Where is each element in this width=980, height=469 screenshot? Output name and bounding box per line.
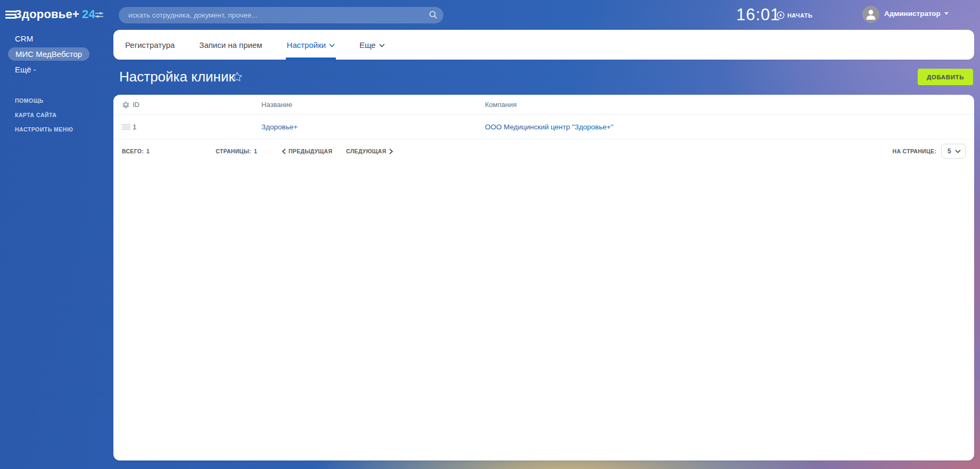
sidebar-help-link[interactable]: ПОМОЩЬ: [15, 97, 44, 104]
user-avatar[interactable]: [862, 6, 879, 23]
pages-value: 1: [254, 148, 257, 154]
settings-slider-icon[interactable]: [95, 11, 104, 19]
per-page-select[interactable]: 5: [941, 144, 966, 159]
chevron-right-icon: [389, 149, 393, 154]
tab-label: Записи на прием: [199, 40, 262, 50]
sidebar-item-more[interactable]: Ещё -: [15, 65, 36, 74]
work-clock: 16:01: [736, 5, 780, 24]
logo-suffix: 24: [82, 7, 95, 21]
cell-company-link[interactable]: ООО Медицинский центр "Здоровье+": [485, 123, 966, 131]
prev-label: ПРЕДЫДУЩАЯ: [289, 148, 332, 154]
app-header: Здоровье+24 16:01 НАЧАТЬ: [0, 0, 980, 30]
table-row: 1 Здоровье+ ООО Медицинский центр "Здоро…: [113, 115, 974, 139]
total-label: ВСЕГО:: [122, 148, 144, 154]
section-tabbar: Регистратура Записи на прием Настройки Е…: [113, 30, 974, 60]
grid-header-row: ID Название Компания: [113, 95, 974, 115]
search-input[interactable]: [128, 7, 416, 23]
row-drag-handle-icon[interactable]: [122, 124, 133, 130]
play-circle-icon: [777, 11, 785, 19]
pagination-pages: СТРАНИЦЫ: 1: [216, 148, 257, 154]
favorite-star-icon[interactable]: [232, 71, 243, 82]
cell-id: 1: [133, 123, 261, 131]
next-label: СЛЕДУЮЩАЯ: [346, 148, 386, 154]
search-icon[interactable]: [429, 10, 438, 20]
app-logo[interactable]: Здоровье+24: [14, 7, 95, 21]
logo-text: Здоровье+: [14, 7, 79, 21]
main-content: Регистратура Записи на прием Настройки Е…: [113, 30, 974, 460]
tab-more[interactable]: Еще: [359, 30, 385, 60]
start-workday-button[interactable]: НАЧАТЬ: [777, 11, 812, 19]
sidebar-item-mis-medvebstor[interactable]: МИС МедВебстор: [8, 47, 89, 61]
page-title-row: Настройка клиник ДОБАВИТЬ: [113, 60, 974, 95]
per-page-value: 5: [948, 147, 951, 155]
per-page-label: НА СТРАНИЦЕ:: [893, 148, 936, 154]
clinics-grid-panel: ID Название Компания 1 Здоровье+ ООО Мед…: [113, 95, 974, 460]
pagination-prev-button[interactable]: ПРЕДЫДУЩАЯ: [282, 148, 332, 154]
grid-settings-gear-icon[interactable]: [122, 101, 133, 109]
tab-nastroyki[interactable]: Настройки: [287, 30, 335, 60]
cell-name-link[interactable]: Здоровье+: [261, 123, 485, 131]
column-header-id[interactable]: ID: [133, 101, 261, 109]
total-value: 1: [146, 148, 150, 154]
person-icon: [862, 6, 879, 23]
per-page-control: НА СТРАНИЦЕ: 5: [893, 144, 966, 159]
start-workday-label: НАЧАТЬ: [787, 12, 812, 19]
column-header-name[interactable]: Название: [261, 101, 485, 109]
pagination-bar: ВСЕГО: 1 СТРАНИЦЫ: 1 ПРЕДЫДУЩАЯ СЛЕДУЮЩА…: [113, 139, 974, 163]
chevron-down-icon: [329, 44, 335, 47]
tab-label: Настройки: [287, 40, 326, 50]
tab-registratura[interactable]: Регистратура: [125, 30, 175, 60]
chevron-down-icon: [379, 44, 385, 47]
sidebar-configure-menu-link[interactable]: НАСТРОИТЬ МЕНЮ: [15, 126, 73, 133]
global-search: [119, 7, 443, 23]
user-menu[interactable]: Администратор: [884, 10, 949, 18]
tab-label: Еще: [359, 40, 376, 50]
chevron-down-icon: [944, 12, 949, 15]
chevron-down-icon: [955, 150, 961, 153]
pagination-total: ВСЕГО: 1: [122, 148, 150, 154]
tab-zapisi-na-priem[interactable]: Записи на прием: [199, 30, 262, 60]
sidebar-sitemap-link[interactable]: КАРТА САЙТА: [15, 112, 56, 118]
tab-label: Регистратура: [125, 40, 175, 50]
page-title: Настройка клиник: [119, 69, 235, 85]
user-name: Администратор: [884, 10, 941, 18]
pages-label: СТРАНИЦЫ:: [216, 148, 251, 154]
pagination-next-button[interactable]: СЛЕДУЮЩАЯ: [346, 148, 393, 154]
chevron-left-icon: [282, 149, 286, 154]
add-button[interactable]: ДОБАВИТЬ: [918, 69, 973, 85]
sidebar-item-crm[interactable]: CRM: [15, 34, 33, 43]
column-header-company[interactable]: Компания: [485, 101, 966, 109]
